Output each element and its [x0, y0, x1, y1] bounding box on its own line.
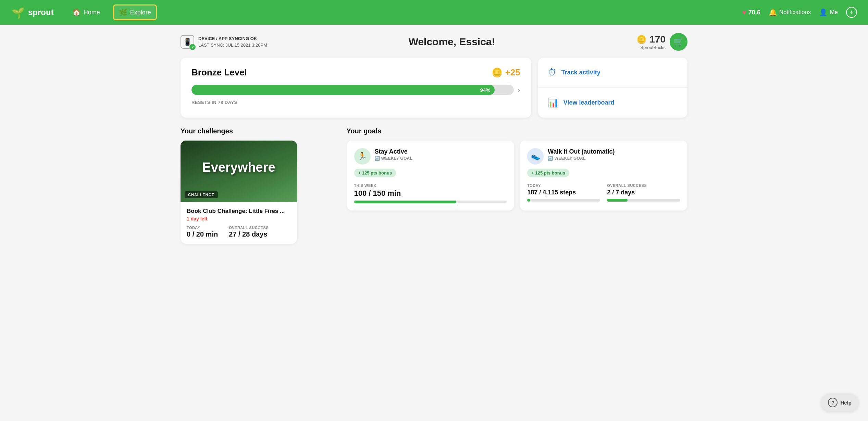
challenge-overall-label: OVERALL SUCCESS [229, 226, 269, 230]
goal1-info: Stay Active 🔄 WEEKLY GOAL [375, 148, 507, 161]
goal2-overall-progress-fill [607, 199, 628, 202]
goal2-overall-progress-bar [607, 199, 680, 202]
goals-grid: 🏃 Stay Active 🔄 WEEKLY GOAL + 125 pts bo… [347, 141, 688, 210]
help-circle-icon: ? [828, 398, 838, 407]
track-activity-label: Track activity [561, 69, 600, 76]
level-actions-row: Bronze Level 🪙 +25 94% › RESETS IN 78 DA… [181, 58, 687, 118]
goal2-type-label: WEEKLY GOAL [555, 156, 586, 161]
goal2-info: Walk It Out (automatic) 🔄 WEEKLY GOAL [548, 148, 680, 161]
goal2-type: 🔄 WEEKLY GOAL [548, 156, 680, 161]
view-leaderboard-label: View leaderboard [563, 99, 615, 106]
bronze-header: Bronze Level 🪙 +25 [191, 67, 520, 78]
challenge-days-left: 1 day left [187, 216, 291, 221]
logo: 🌱 sprout [11, 5, 54, 20]
chevron-right-icon[interactable]: › [518, 86, 520, 94]
stay-active-icon: 🏃 [354, 148, 371, 165]
explore-icon: 🌿 [119, 8, 127, 16]
goal1-header: 🏃 Stay Active 🔄 WEEKLY GOAL [354, 148, 507, 165]
goal1-progress-fill [354, 201, 457, 203]
challenge-image: Everywhere CHALLENGE [181, 141, 297, 202]
goal2-name: Walk It Out (automatic) [548, 148, 680, 155]
sync-bar: 📱 ✓ DEVICE / APP SYNCING OK LAST SYNC: J… [181, 33, 687, 51]
bell-icon: 🔔 [769, 8, 777, 16]
goal2-today-block: TODAY 187 / 4,115 steps [527, 183, 600, 202]
me-label: Me [830, 9, 838, 16]
points-value: 70.6 [748, 9, 760, 16]
bronze-progress-fill: 94% [191, 85, 495, 95]
timer-icon: ⏱ [548, 67, 557, 78]
refresh-icon-2: 🔄 [548, 156, 553, 161]
goal1-week-label: THIS WEEK [354, 183, 507, 188]
challenge-today-block: TODAY 0 / 20 min [187, 226, 218, 238]
bronze-points-value: +25 [505, 67, 520, 78]
goal-stay-active: 🏃 Stay Active 🔄 WEEKLY GOAL + 125 pts bo… [347, 141, 514, 210]
sprout-bucks-info: 🪙 170 SproutBucks [636, 34, 666, 50]
goal1-progress-bar [354, 201, 507, 203]
bronze-progress-row: 94% › [191, 85, 520, 95]
notifications-label: Notifications [779, 9, 811, 16]
nav-me[interactable]: 👤 Me [819, 8, 838, 16]
plus-icon: + [850, 9, 854, 16]
goals-section: Your goals 🏃 Stay Active 🔄 WEEKLY GOAL [347, 127, 688, 210]
cart-button[interactable]: 🛒 [670, 33, 687, 51]
sprout-logo-icon: 🌱 [11, 5, 26, 20]
bottom-section: Your challenges Everywhere CHALLENGE Boo… [181, 127, 687, 244]
goal1-bonus: + 125 pts bonus [354, 169, 396, 177]
nav-home-label: Home [84, 9, 100, 16]
sync-text: DEVICE / APP SYNCING OK LAST SYNC: JUL 1… [198, 35, 267, 49]
goal2-overall-label: OVERALL SUCCESS [607, 183, 680, 188]
goal2-stats: TODAY 187 / 4,115 steps OVERALL SUCCESS … [527, 183, 680, 202]
goal2-today-label: TODAY [527, 183, 600, 188]
walk-it-out-icon: 👟 [527, 148, 544, 165]
goal1-type: 🔄 WEEKLY GOAL [375, 156, 507, 161]
goal1-name: Stay Active [375, 148, 507, 155]
challenge-overall-block: OVERALL SUCCESS 27 / 28 days [229, 226, 269, 238]
leaderboard-icon: 📊 [548, 97, 559, 108]
nav-explore[interactable]: 🌿 Explore [113, 4, 157, 20]
help-button[interactable]: ? Help [821, 394, 858, 411]
track-activity-item[interactable]: ⏱ Track activity [538, 58, 687, 88]
sprout-bucks-amount: 170 [649, 34, 666, 45]
challenge-card: Everywhere CHALLENGE Book Club Challenge… [181, 141, 297, 244]
sprout-bucks-label: SproutBucks [636, 45, 666, 50]
goal2-today-progress-bar [527, 199, 600, 202]
goal2-bonus: + 125 pts bonus [527, 169, 569, 177]
sprout-bucks: 🪙 170 SproutBucks 🛒 [636, 33, 687, 51]
bronze-progress-pct: 94% [480, 87, 491, 93]
nav-explore-label: Explore [130, 9, 151, 16]
challenge-body: Book Club Challenge: Little Fires ... 1 … [181, 202, 297, 244]
nav-points: ♥ 70.6 [742, 9, 760, 16]
goal2-overall-block: OVERALL SUCCESS 2 / 7 days [607, 183, 680, 202]
nav-right: ♥ 70.6 🔔 Notifications 👤 Me + [742, 7, 857, 18]
goal2-today-progress-fill [527, 199, 530, 202]
challenge-stats: TODAY 0 / 20 min OVERALL SUCCESS 27 / 28… [187, 226, 291, 238]
home-icon: 🏠 [72, 8, 81, 16]
svg-text:🌱: 🌱 [12, 7, 25, 19]
goal2-header: 👟 Walk It Out (automatic) 🔄 WEEKLY GOAL [527, 148, 680, 165]
view-leaderboard-item[interactable]: 📊 View leaderboard [538, 88, 687, 118]
bronze-progress-bar: 94% [191, 85, 514, 95]
challenges-section: Your challenges Everywhere CHALLENGE Boo… [181, 127, 336, 244]
challenge-today-value: 0 / 20 min [187, 230, 218, 238]
goals-title: Your goals [347, 127, 688, 135]
nav-add-button[interactable]: + [846, 7, 857, 18]
resets-text: RESETS IN 78 DAYS [191, 100, 520, 105]
welcome-title: Welcome, Essica! [267, 36, 636, 48]
heart-icon: ♥ [742, 9, 746, 16]
bronze-title: Bronze Level [191, 67, 247, 78]
challenges-title: Your challenges [181, 127, 336, 135]
challenge-overall-value: 27 / 28 days [229, 230, 269, 238]
bronze-points: 🪙 +25 [492, 67, 520, 78]
bronze-level-card: Bronze Level 🪙 +25 94% › RESETS IN 78 DA… [181, 58, 531, 118]
goal2-today-value: 187 / 4,115 steps [527, 189, 600, 196]
quick-actions-card: ⏱ Track activity 📊 View leaderboard [538, 58, 687, 118]
sync-device-icon: 📱 ✓ [181, 35, 194, 49]
nav-home[interactable]: 🏠 Home [67, 5, 105, 19]
sync-status: DEVICE / APP SYNCING OK [198, 35, 267, 42]
goal2-overall-value: 2 / 7 days [607, 189, 680, 196]
main-content: 📱 ✓ DEVICE / APP SYNCING OK LAST SYNC: J… [167, 25, 701, 252]
sync-last: LAST SYNC: JUL 15 2021 3:20PM [198, 42, 267, 49]
logo-text: sprout [28, 8, 54, 17]
nav-notifications[interactable]: 🔔 Notifications [769, 8, 811, 16]
challenge-name: Book Club Challenge: Little Fires ... [187, 208, 291, 215]
